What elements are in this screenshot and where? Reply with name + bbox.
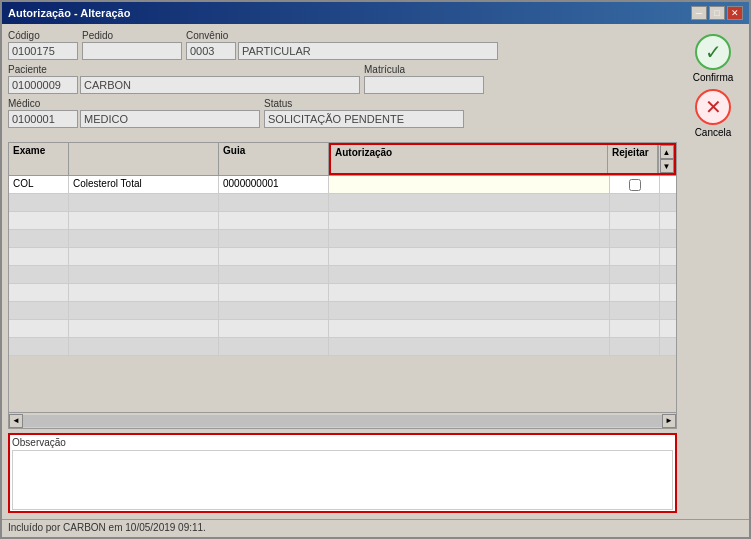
status-input: [264, 110, 464, 128]
table-section: Exame Guia Autorização Rejeitar ▲ ▼: [8, 142, 677, 429]
form-row-3: Médico Status: [8, 98, 677, 128]
pedido-label: Pedido: [82, 30, 182, 41]
table-row: [9, 338, 676, 356]
main-form-area: Código Pedido Convênio P: [8, 30, 677, 513]
table-hscroll: ◄ ►: [9, 412, 676, 428]
hscroll-right-button[interactable]: ►: [662, 414, 676, 428]
scroll-down-button[interactable]: ▼: [660, 159, 674, 173]
convenio-label: Convênio: [186, 30, 498, 41]
codigo-group: Código: [8, 30, 78, 60]
title-bar: Autorização - Alteração ─ □ ✕: [2, 2, 749, 24]
cancela-button[interactable]: ✕ Cancela: [686, 89, 741, 138]
status-label: Status: [264, 98, 464, 109]
table-row: [9, 284, 676, 302]
title-bar-buttons: ─ □ ✕: [691, 6, 743, 20]
convenio-name-input[interactable]: [238, 42, 498, 60]
cancel-label: Cancela: [695, 127, 732, 138]
autorizacao-header-area: Autorização Rejeitar ▲ ▼: [329, 143, 676, 175]
table-row: [9, 302, 676, 320]
paciente-label: Paciente: [8, 64, 360, 75]
main-window: Autorização - Alteração ─ □ ✕ Código Ped…: [0, 0, 751, 539]
table-header: Exame Guia Autorização Rejeitar ▲ ▼: [9, 143, 676, 176]
table-row: [9, 266, 676, 284]
cell-autorizacao[interactable]: [329, 176, 610, 193]
codigo-input[interactable]: [8, 42, 78, 60]
obs-label: Observação: [12, 437, 673, 448]
convenio-group: Convênio: [186, 30, 498, 60]
observacao-section: Observação: [8, 433, 677, 513]
medico-group: Médico: [8, 98, 260, 128]
confirm-icon: ✓: [695, 34, 731, 70]
matricula-label: Matrícula: [364, 64, 484, 75]
table-row: COL Colesterol Total 0000000001: [9, 176, 676, 194]
convenio-code-input[interactable]: [186, 42, 236, 60]
table-body: COL Colesterol Total 0000000001: [9, 176, 676, 412]
table-row: [9, 194, 676, 212]
status-text: Incluído por CARBON em 10/05/2019 09:11.: [8, 522, 206, 533]
table-scrollbar[interactable]: ▲ ▼: [658, 145, 674, 173]
close-button[interactable]: ✕: [727, 6, 743, 20]
table-row: [9, 212, 676, 230]
paciente-group: Paciente: [8, 64, 360, 94]
minimize-button[interactable]: ─: [691, 6, 707, 20]
table-row: [9, 230, 676, 248]
confirm-label: Confirma: [693, 72, 734, 83]
content-area: Código Pedido Convênio P: [2, 24, 749, 519]
form-row-1: Código Pedido Convênio: [8, 30, 677, 60]
obs-textarea[interactable]: [12, 450, 673, 510]
col-exame-name-header: [69, 143, 219, 175]
matricula-group: Matrícula: [364, 64, 484, 94]
pedido-group: Pedido: [82, 30, 182, 60]
side-buttons-panel: ✓ Confirma ✕ Cancela: [683, 30, 743, 513]
paciente-code-input[interactable]: [8, 76, 78, 94]
medico-label: Médico: [8, 98, 260, 109]
cell-exame-name: Colesterol Total: [69, 176, 219, 193]
col-exame-header: Exame: [9, 143, 69, 175]
col-rejeitar-header: Rejeitar: [608, 145, 658, 173]
scroll-up-button[interactable]: ▲: [660, 145, 674, 159]
cell-guia: 0000000001: [219, 176, 329, 193]
hscroll-left-button[interactable]: ◄: [9, 414, 23, 428]
status-bar: Incluído por CARBON em 10/05/2019 09:11.: [2, 519, 749, 537]
matricula-input[interactable]: [364, 76, 484, 94]
rejeitar-checkbox[interactable]: [629, 179, 641, 191]
status-group: Status: [264, 98, 464, 128]
maximize-button[interactable]: □: [709, 6, 725, 20]
form-row-2: Paciente Matrícula: [8, 64, 677, 94]
col-guia-header: Guia: [219, 143, 329, 175]
col-autorizacao-header: Autorização: [331, 145, 608, 173]
codigo-label: Código: [8, 30, 78, 41]
table-row: [9, 248, 676, 266]
paciente-name-input[interactable]: [80, 76, 360, 94]
medico-code-input[interactable]: [8, 110, 78, 128]
table-row: [9, 320, 676, 338]
cell-exame-code: COL: [9, 176, 69, 193]
cell-rejeitar[interactable]: [610, 176, 660, 193]
window-title: Autorização - Alteração: [8, 7, 130, 19]
cancel-icon: ✕: [695, 89, 731, 125]
hscroll-track: [23, 415, 662, 427]
pedido-input[interactable]: [82, 42, 182, 60]
scroll-spacer: [660, 176, 676, 193]
medico-name-input[interactable]: [80, 110, 260, 128]
confirma-button[interactable]: ✓ Confirma: [686, 34, 741, 83]
